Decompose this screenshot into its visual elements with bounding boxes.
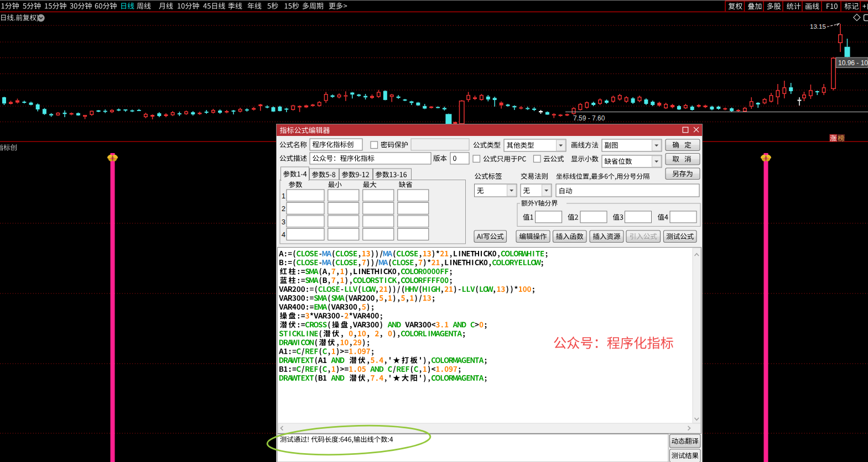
svg-text:7.59 - 7.60: 7.59 - 7.60: [573, 114, 605, 122]
svg-text:2: 2: [282, 205, 285, 213]
svg-text:1: 1: [282, 192, 285, 200]
svg-text:10.96 - 10: 10.96 - 10: [838, 59, 868, 67]
svg-text:4: 4: [282, 231, 285, 239]
svg-text:3: 3: [282, 218, 285, 226]
svg-text:13.15: 13.15: [810, 23, 826, 30]
